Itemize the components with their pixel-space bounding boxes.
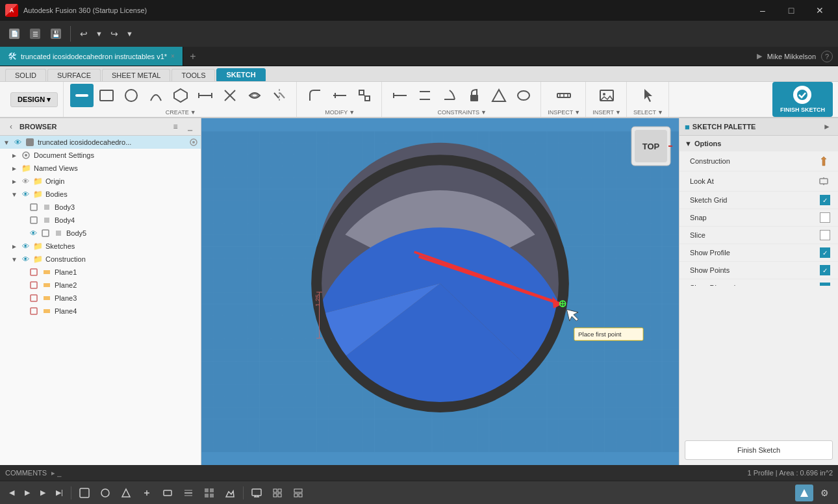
bottom-gear-button[interactable]: ⚙	[816, 485, 833, 501]
construction-eye[interactable]: 👁	[21, 255, 30, 264]
redo-dropdown-button[interactable]: ▼	[125, 25, 134, 43]
browser-pin-button[interactable]: ⎯	[184, 121, 196, 132]
bottom-active-btn[interactable]	[795, 485, 813, 501]
comments-pin-button[interactable]: ⎯	[57, 469, 62, 477]
tree-item-bodies[interactable]: ▼ 👁 📁 Bodies	[0, 188, 201, 201]
new-tab-button[interactable]: +	[183, 47, 203, 66]
select-button[interactable]	[637, 84, 660, 107]
tree-item-sketches[interactable]: ► 👁 📁 Sketches	[0, 240, 201, 253]
tree-root-expand[interactable]: ▼	[3, 138, 10, 146]
tree-item-plane2[interactable]: ► Plane2	[0, 279, 201, 292]
inspect-measure-button[interactable]	[552, 84, 576, 107]
bottom-btn-7[interactable]	[200, 485, 218, 501]
create-rect-button[interactable]	[95, 84, 118, 107]
bottom-btn-4[interactable]	[138, 485, 156, 501]
ribbon-tab-sheetmetal[interactable]: SHEET METAL	[102, 69, 170, 81]
body5-eye[interactable]: 👁	[29, 229, 38, 238]
sketches-eye[interactable]: 👁	[21, 242, 30, 251]
sketch-grid-checkbox[interactable]	[820, 195, 830, 205]
modify-dropdown-icon[interactable]: ▼	[349, 109, 355, 116]
expand-bodies[interactable]: ▼	[10, 190, 18, 198]
tree-root-eye[interactable]: 👁	[13, 138, 22, 147]
browser-collapse-button[interactable]: ‹	[5, 121, 17, 132]
palette-expand-button[interactable]: ►	[821, 121, 833, 132]
bottom-btn-1[interactable]	[75, 485, 94, 501]
look-at-action-button[interactable]	[817, 175, 830, 188]
nav-cube[interactable]: TOP	[628, 123, 674, 169]
browser-menu-button[interactable]: ≡	[170, 121, 181, 132]
tree-item-plane1[interactable]: ► Plane1	[0, 266, 201, 279]
bottom-btn-layout[interactable]	[289, 485, 307, 501]
create-dim-button[interactable]	[194, 84, 217, 107]
bottom-btn-8[interactable]	[221, 485, 239, 501]
bottom-btn-2[interactable]	[96, 485, 114, 501]
bottom-nav-last-button[interactable]: ▶|	[52, 485, 67, 501]
tree-item-construction[interactable]: ▼ 👁 📁 Construction	[0, 253, 201, 266]
file-menu-button[interactable]: 📄	[5, 25, 23, 43]
slice-checkbox[interactable]	[820, 230, 830, 240]
comments-expand-button[interactable]: ▸	[51, 469, 55, 477]
constraint-circle-button[interactable]	[512, 84, 535, 107]
bottom-nav-prev-button[interactable]: ◀	[5, 485, 18, 501]
constraint-tangent-button[interactable]	[438, 84, 461, 107]
tree-item-body4[interactable]: ► Body4	[0, 214, 201, 227]
create-dropdown-icon[interactable]: ▼	[190, 109, 196, 116]
create-line-button[interactable]	[70, 84, 94, 107]
ribbon-tab-solid[interactable]: SOLID	[5, 69, 46, 81]
constraints-dropdown-icon[interactable]: ▼	[481, 109, 487, 116]
redo-button[interactable]: ↪	[107, 25, 122, 43]
finish-sketch-palette-button[interactable]: Finish Sketch	[685, 440, 833, 460]
bottom-btn-5[interactable]	[159, 485, 177, 501]
expand-origin[interactable]: ►	[10, 177, 18, 185]
bottom-nav-next-button[interactable]: ▶	[36, 485, 49, 501]
construction-action-button[interactable]	[817, 155, 830, 168]
show-points-checkbox[interactable]	[820, 265, 830, 275]
create-arc-button[interactable]	[144, 84, 168, 107]
insert-dropdown-icon[interactable]: ▼	[615, 109, 621, 116]
undo-button[interactable]: ↩	[76, 25, 92, 43]
constraint-horiz-button[interactable]	[388, 84, 412, 107]
palette-section-options-header[interactable]: ▼ Options	[679, 136, 838, 151]
expand-doc-settings[interactable]: ►	[10, 151, 18, 159]
ribbon-tab-surface[interactable]: SURFACE	[47, 69, 101, 81]
origin-eye[interactable]: 👁	[21, 177, 30, 186]
tree-item-plane4[interactable]: ► Plane4	[0, 305, 201, 318]
create-polygon-button[interactable]	[169, 84, 192, 107]
design-button[interactable]: DESIGN ▾	[10, 92, 58, 107]
constraint-parallel-button[interactable]	[413, 84, 437, 107]
tree-item-doc-settings[interactable]: ► Document Settings	[0, 149, 201, 162]
tree-item-plane3[interactable]: ► Plane3	[0, 292, 201, 305]
insert-image-button[interactable]	[595, 84, 618, 107]
bottom-btn-grid[interactable]	[268, 485, 286, 501]
tree-item-body5[interactable]: ► 👁 Body5	[0, 227, 201, 240]
tree-item-body3[interactable]: ► Body3	[0, 201, 201, 214]
inspect-dropdown-icon[interactable]: ▼	[574, 109, 580, 116]
maximize-button[interactable]: □	[778, 1, 804, 19]
bottom-play-button[interactable]: ▶	[21, 485, 34, 501]
toolbar-actions-button[interactable]: ☰	[26, 25, 44, 43]
modify-scale-button[interactable]	[353, 84, 376, 107]
expand-sketches[interactable]: ►	[10, 242, 18, 250]
create-trim-button[interactable]	[218, 84, 242, 107]
create-mirror-button[interactable]	[268, 84, 291, 107]
viewport[interactable]: 1.25 Place first point	[201, 118, 679, 465]
bottom-btn-6[interactable]	[179, 485, 197, 501]
modify-fillet-button[interactable]	[303, 84, 327, 107]
undo-dropdown-button[interactable]: ▼	[94, 25, 104, 43]
expand-named-views[interactable]: ►	[10, 164, 18, 172]
active-tab[interactable]: 🛠 truncated icosidodecahedron instructab…	[0, 47, 183, 66]
select-dropdown-icon[interactable]: ▼	[657, 109, 663, 116]
ribbon-tab-sketch[interactable]: SKETCH	[216, 68, 265, 81]
show-profile-checkbox[interactable]	[820, 247, 830, 258]
bottom-btn-display[interactable]	[248, 485, 266, 501]
bodies-eye[interactable]: 👁	[21, 190, 30, 199]
tree-item-named-views[interactable]: ► 📁 Named Views	[0, 162, 201, 175]
close-button[interactable]: ✕	[807, 1, 833, 19]
create-circle-button[interactable]	[120, 84, 143, 107]
tab-close-button[interactable]: ×	[171, 53, 175, 60]
minimize-button[interactable]: –	[750, 1, 776, 19]
modify-offset-button[interactable]	[328, 84, 351, 107]
save-button[interactable]: 💾	[47, 25, 65, 43]
ribbon-tab-tools[interactable]: TOOLS	[171, 69, 215, 81]
create-offset-button[interactable]	[243, 84, 266, 107]
